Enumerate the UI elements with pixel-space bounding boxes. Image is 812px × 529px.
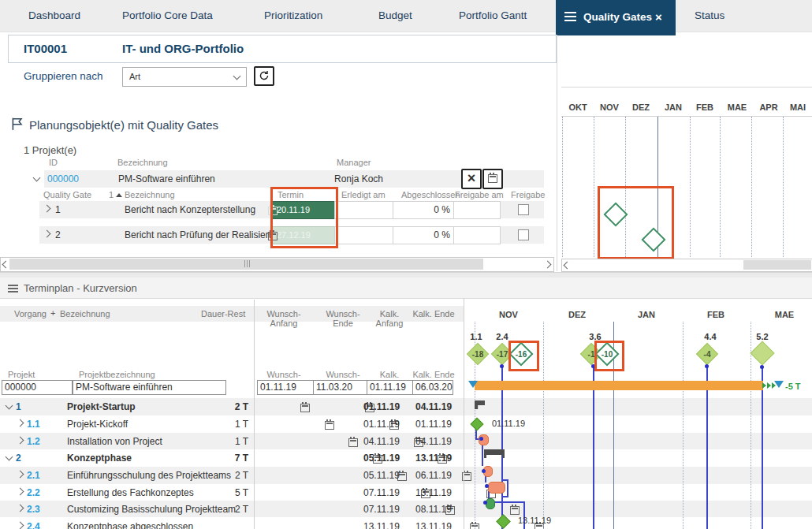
task-dauer: 2 T: [213, 401, 248, 412]
task-nr[interactable]: 2.3: [27, 504, 40, 515]
task-kalk-ende: 13.11.19: [415, 487, 452, 498]
tab-quality-gates[interactable]: Quality Gates ×: [556, 0, 676, 35]
menu-icon[interactable]: [8, 285, 18, 286]
gate-freigabe-am-cell[interactable]: [453, 201, 501, 219]
month-label: FEB: [692, 310, 739, 319]
milestone-date: 13.11.19: [518, 516, 551, 525]
freigabe-checkbox[interactable]: [518, 229, 529, 240]
tab-status[interactable]: Status: [695, 0, 724, 32]
close-icon[interactable]: ×: [655, 0, 662, 35]
add-task-icon[interactable]: +: [50, 308, 55, 318]
gate-erledigt-cell[interactable]: [334, 226, 393, 244]
scroll-left-icon[interactable]: [2, 261, 10, 269]
task-nr[interactable]: 2: [16, 453, 21, 464]
expand-icon[interactable]: [17, 522, 24, 529]
task-nr[interactable]: 1.2: [27, 436, 40, 447]
task-nr[interactable]: 2.2: [27, 487, 40, 498]
col-quality-gate: Quality Gate: [43, 190, 91, 199]
gridline: [562, 117, 563, 257]
task-kalk-anfang: 04.11.19: [363, 436, 400, 447]
calendar-icon[interactable]: [348, 438, 358, 447]
link-line: [482, 444, 483, 466]
collapse-icon[interactable]: [33, 174, 41, 182]
section-title: Planungsobjekt(e) mit Quality Gates: [29, 118, 218, 132]
tab-budget[interactable]: Budget: [378, 0, 412, 32]
scrollbar-grip[interactable]: [247, 260, 248, 267]
tab-portfolio-gantt[interactable]: Portfolio Gantt: [459, 0, 527, 32]
kalk-anfang-input[interactable]: 01.11.19: [367, 380, 413, 395]
scroll-left-icon[interactable]: [564, 262, 572, 270]
delete-button[interactable]: ×: [461, 169, 482, 189]
gate-erledigt-cell[interactable]: [334, 201, 393, 219]
group-by-select[interactable]: Art: [122, 67, 247, 87]
milestone-label: 4.4: [698, 332, 722, 341]
portfolio-title: IT- und ORG-Portfolio: [122, 42, 244, 55]
task-nr[interactable]: 1.1: [27, 419, 40, 430]
task-kalk-ende: 04.11.19: [415, 436, 452, 447]
task-name: Einführungsschulung des Projektteams: [67, 470, 231, 481]
task-bar[interactable]: [486, 498, 495, 509]
task-name: Konzeptphase: [67, 453, 132, 464]
wunsch-ende-input[interactable]: 11.03.20: [313, 380, 367, 395]
gridline: [783, 117, 784, 257]
task-milestone-diamond[interactable]: [471, 418, 484, 431]
gridline: [720, 117, 721, 257]
calendar-icon[interactable]: [300, 404, 310, 412]
connector-dot: [483, 501, 487, 505]
project-name-input[interactable]: PM-Software einführen: [73, 380, 226, 395]
milestone-diamond[interactable]: [752, 343, 773, 363]
calendar-icon[interactable]: [325, 421, 334, 430]
delay-arrow-icon: [762, 382, 766, 389]
calendar-button[interactable]: [482, 169, 503, 189]
task-kalk-ende: 08.11.19: [415, 504, 452, 515]
col-dauer-rest: Dauer-Rest: [201, 309, 245, 319]
tab-portfolio-core-data[interactable]: Portfolio Core Data: [122, 0, 213, 32]
h-scrollbar-right[interactable]: [561, 259, 812, 272]
gridline: [543, 322, 544, 529]
task-nr[interactable]: 2.1: [27, 470, 40, 481]
h-scrollbar-left[interactable]: [0, 257, 554, 272]
task-dauer: 2 T: [213, 504, 248, 515]
kalk-ende-input[interactable]: 06.03.20: [412, 380, 453, 395]
tab-prioritization[interactable]: Prioritization: [264, 0, 322, 32]
col-projektbezeichnung: Projektbezeichnung: [79, 370, 155, 379]
chevron-down-icon: [233, 73, 241, 80]
project-summary-bar[interactable]: [475, 381, 763, 390]
sort-asc-icon: [116, 193, 122, 197]
task-kalk-anfang: 07.11.19: [363, 487, 400, 498]
milestone-drop-line: [593, 367, 594, 529]
end-marker-icon: [774, 381, 784, 388]
month-label: NOV: [594, 102, 625, 112]
scroll-right-icon[interactable]: [544, 261, 552, 269]
expand-icon[interactable]: [17, 419, 24, 427]
column-separator[interactable]: [254, 300, 255, 529]
milestone-diamond[interactable]: -4: [697, 344, 717, 364]
calendar-icon[interactable]: [510, 506, 520, 515]
col-kalk-ende: Kalk. Ende: [412, 309, 456, 319]
milestone-diamond[interactable]: -18: [467, 344, 488, 364]
task-dauer: 7 T: [213, 453, 248, 464]
task-nr[interactable]: 2.4: [27, 521, 40, 529]
freigabe-checkbox[interactable]: [518, 204, 529, 215]
summary-bar[interactable]: [484, 449, 505, 455]
milestone-label: 1.1: [464, 332, 488, 341]
col-manager: Manager: [337, 158, 371, 167]
tab-quality-gates-label: Quality Gates: [583, 0, 652, 35]
task-kalk-ende: 04.11.19: [415, 401, 452, 412]
scrollbar-thumb[interactable]: [743, 260, 811, 270]
wunsch-anfang-input[interactable]: 01.11.19: [257, 380, 314, 395]
task-nr[interactable]: 1: [16, 401, 21, 412]
gate-freigabe-am-cell[interactable]: [453, 226, 501, 244]
col-freigabe: Freigabe: [511, 190, 545, 199]
project-id-input[interactable]: 000000: [2, 380, 73, 395]
month-label: APR: [753, 102, 784, 112]
start-marker-icon: [468, 381, 478, 388]
menu-icon[interactable]: [564, 12, 576, 13]
connector-dot: [705, 364, 709, 368]
tab-dashboard[interactable]: Dashboard: [28, 0, 80, 32]
refresh-button[interactable]: [254, 66, 274, 86]
col-sort[interactable]: 1: [109, 190, 114, 199]
collapse-icon[interactable]: [6, 453, 13, 461]
project-id-link[interactable]: 000000: [47, 173, 79, 184]
expand-icon[interactable]: [17, 488, 24, 496]
